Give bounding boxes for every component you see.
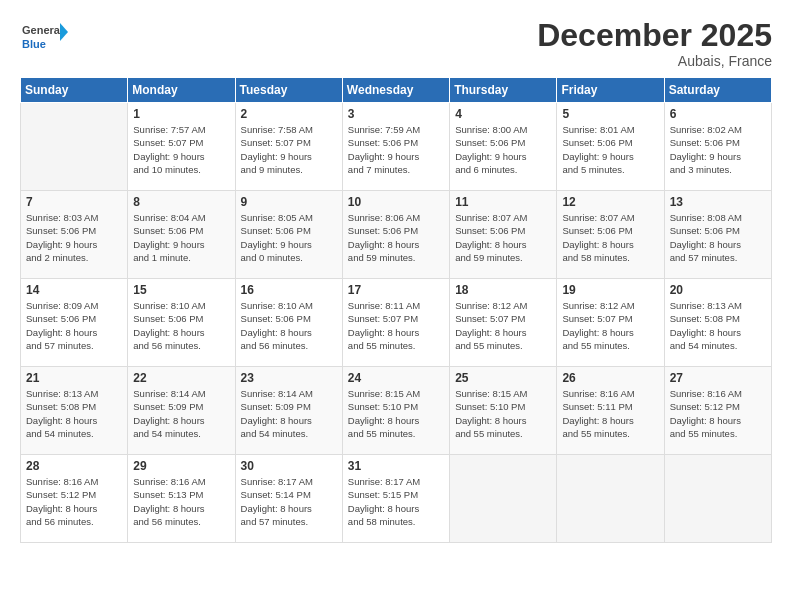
day-info: Sunrise: 8:12 AM Sunset: 5:07 PM Dayligh… [455, 299, 551, 352]
day-number: 7 [26, 195, 122, 209]
day-number: 25 [455, 371, 551, 385]
calendar-cell: 20Sunrise: 8:13 AM Sunset: 5:08 PM Dayli… [664, 279, 771, 367]
calendar-cell: 2Sunrise: 7:58 AM Sunset: 5:07 PM Daylig… [235, 103, 342, 191]
calendar-header-row: SundayMondayTuesdayWednesdayThursdayFrid… [21, 78, 772, 103]
day-number: 16 [241, 283, 337, 297]
day-number: 21 [26, 371, 122, 385]
header: General Blue December 2025 Aubais, Franc… [20, 18, 772, 69]
day-number: 20 [670, 283, 766, 297]
calendar-cell: 3Sunrise: 7:59 AM Sunset: 5:06 PM Daylig… [342, 103, 449, 191]
svg-text:General: General [22, 24, 63, 36]
calendar-cell: 5Sunrise: 8:01 AM Sunset: 5:06 PM Daylig… [557, 103, 664, 191]
calendar-cell: 22Sunrise: 8:14 AM Sunset: 5:09 PM Dayli… [128, 367, 235, 455]
day-number: 18 [455, 283, 551, 297]
calendar-cell: 23Sunrise: 8:14 AM Sunset: 5:09 PM Dayli… [235, 367, 342, 455]
day-number: 4 [455, 107, 551, 121]
day-number: 30 [241, 459, 337, 473]
day-number: 26 [562, 371, 658, 385]
calendar-cell: 14Sunrise: 8:09 AM Sunset: 5:06 PM Dayli… [21, 279, 128, 367]
day-info: Sunrise: 8:17 AM Sunset: 5:14 PM Dayligh… [241, 475, 337, 528]
calendar-day-header: Friday [557, 78, 664, 103]
day-info: Sunrise: 8:09 AM Sunset: 5:06 PM Dayligh… [26, 299, 122, 352]
calendar-cell: 13Sunrise: 8:08 AM Sunset: 5:06 PM Dayli… [664, 191, 771, 279]
title-area: December 2025 Aubais, France [537, 18, 772, 69]
calendar-week-row: 28Sunrise: 8:16 AM Sunset: 5:12 PM Dayli… [21, 455, 772, 543]
calendar-day-header: Thursday [450, 78, 557, 103]
calendar-week-row: 21Sunrise: 8:13 AM Sunset: 5:08 PM Dayli… [21, 367, 772, 455]
location: Aubais, France [537, 53, 772, 69]
day-number: 1 [133, 107, 229, 121]
day-number: 3 [348, 107, 444, 121]
calendar-cell: 31Sunrise: 8:17 AM Sunset: 5:15 PM Dayli… [342, 455, 449, 543]
day-info: Sunrise: 8:12 AM Sunset: 5:07 PM Dayligh… [562, 299, 658, 352]
day-number: 17 [348, 283, 444, 297]
calendar-cell [664, 455, 771, 543]
calendar-day-header: Monday [128, 78, 235, 103]
day-number: 19 [562, 283, 658, 297]
day-info: Sunrise: 8:05 AM Sunset: 5:06 PM Dayligh… [241, 211, 337, 264]
svg-text:Blue: Blue [22, 38, 46, 50]
calendar-cell: 27Sunrise: 8:16 AM Sunset: 5:12 PM Dayli… [664, 367, 771, 455]
day-number: 15 [133, 283, 229, 297]
day-number: 27 [670, 371, 766, 385]
calendar-day-header: Sunday [21, 78, 128, 103]
day-info: Sunrise: 8:14 AM Sunset: 5:09 PM Dayligh… [133, 387, 229, 440]
calendar-cell: 16Sunrise: 8:10 AM Sunset: 5:06 PM Dayli… [235, 279, 342, 367]
calendar-cell: 17Sunrise: 8:11 AM Sunset: 5:07 PM Dayli… [342, 279, 449, 367]
calendar-cell: 26Sunrise: 8:16 AM Sunset: 5:11 PM Dayli… [557, 367, 664, 455]
day-info: Sunrise: 8:13 AM Sunset: 5:08 PM Dayligh… [670, 299, 766, 352]
calendar-day-header: Saturday [664, 78, 771, 103]
day-number: 14 [26, 283, 122, 297]
day-info: Sunrise: 8:17 AM Sunset: 5:15 PM Dayligh… [348, 475, 444, 528]
calendar-cell: 15Sunrise: 8:10 AM Sunset: 5:06 PM Dayli… [128, 279, 235, 367]
calendar-cell: 24Sunrise: 8:15 AM Sunset: 5:10 PM Dayli… [342, 367, 449, 455]
day-info: Sunrise: 8:07 AM Sunset: 5:06 PM Dayligh… [455, 211, 551, 264]
calendar-cell: 7Sunrise: 8:03 AM Sunset: 5:06 PM Daylig… [21, 191, 128, 279]
calendar-cell: 8Sunrise: 8:04 AM Sunset: 5:06 PM Daylig… [128, 191, 235, 279]
day-number: 2 [241, 107, 337, 121]
day-info: Sunrise: 8:16 AM Sunset: 5:13 PM Dayligh… [133, 475, 229, 528]
day-number: 31 [348, 459, 444, 473]
day-number: 6 [670, 107, 766, 121]
page: General Blue December 2025 Aubais, Franc… [0, 0, 792, 612]
calendar-week-row: 14Sunrise: 8:09 AM Sunset: 5:06 PM Dayli… [21, 279, 772, 367]
day-number: 10 [348, 195, 444, 209]
day-number: 13 [670, 195, 766, 209]
day-info: Sunrise: 8:16 AM Sunset: 5:11 PM Dayligh… [562, 387, 658, 440]
calendar-cell [21, 103, 128, 191]
day-number: 28 [26, 459, 122, 473]
day-number: 29 [133, 459, 229, 473]
day-number: 11 [455, 195, 551, 209]
day-info: Sunrise: 8:14 AM Sunset: 5:09 PM Dayligh… [241, 387, 337, 440]
calendar-cell: 25Sunrise: 8:15 AM Sunset: 5:10 PM Dayli… [450, 367, 557, 455]
day-info: Sunrise: 8:07 AM Sunset: 5:06 PM Dayligh… [562, 211, 658, 264]
day-info: Sunrise: 7:57 AM Sunset: 5:07 PM Dayligh… [133, 123, 229, 176]
svg-marker-3 [60, 23, 68, 41]
calendar-week-row: 1Sunrise: 7:57 AM Sunset: 5:07 PM Daylig… [21, 103, 772, 191]
logo: General Blue [20, 18, 68, 60]
calendar-day-header: Tuesday [235, 78, 342, 103]
calendar-cell: 19Sunrise: 8:12 AM Sunset: 5:07 PM Dayli… [557, 279, 664, 367]
day-info: Sunrise: 8:15 AM Sunset: 5:10 PM Dayligh… [455, 387, 551, 440]
day-info: Sunrise: 8:11 AM Sunset: 5:07 PM Dayligh… [348, 299, 444, 352]
day-info: Sunrise: 8:01 AM Sunset: 5:06 PM Dayligh… [562, 123, 658, 176]
calendar-cell: 9Sunrise: 8:05 AM Sunset: 5:06 PM Daylig… [235, 191, 342, 279]
day-number: 9 [241, 195, 337, 209]
calendar-cell: 21Sunrise: 8:13 AM Sunset: 5:08 PM Dayli… [21, 367, 128, 455]
calendar-cell: 6Sunrise: 8:02 AM Sunset: 5:06 PM Daylig… [664, 103, 771, 191]
day-info: Sunrise: 7:58 AM Sunset: 5:07 PM Dayligh… [241, 123, 337, 176]
calendar-cell: 29Sunrise: 8:16 AM Sunset: 5:13 PM Dayli… [128, 455, 235, 543]
calendar-cell: 11Sunrise: 8:07 AM Sunset: 5:06 PM Dayli… [450, 191, 557, 279]
day-number: 8 [133, 195, 229, 209]
calendar-cell [557, 455, 664, 543]
day-info: Sunrise: 8:02 AM Sunset: 5:06 PM Dayligh… [670, 123, 766, 176]
calendar-cell: 12Sunrise: 8:07 AM Sunset: 5:06 PM Dayli… [557, 191, 664, 279]
day-info: Sunrise: 7:59 AM Sunset: 5:06 PM Dayligh… [348, 123, 444, 176]
day-info: Sunrise: 8:00 AM Sunset: 5:06 PM Dayligh… [455, 123, 551, 176]
day-info: Sunrise: 8:03 AM Sunset: 5:06 PM Dayligh… [26, 211, 122, 264]
calendar-cell: 4Sunrise: 8:00 AM Sunset: 5:06 PM Daylig… [450, 103, 557, 191]
day-info: Sunrise: 8:10 AM Sunset: 5:06 PM Dayligh… [133, 299, 229, 352]
calendar-cell: 1Sunrise: 7:57 AM Sunset: 5:07 PM Daylig… [128, 103, 235, 191]
day-info: Sunrise: 8:04 AM Sunset: 5:06 PM Dayligh… [133, 211, 229, 264]
day-number: 12 [562, 195, 658, 209]
